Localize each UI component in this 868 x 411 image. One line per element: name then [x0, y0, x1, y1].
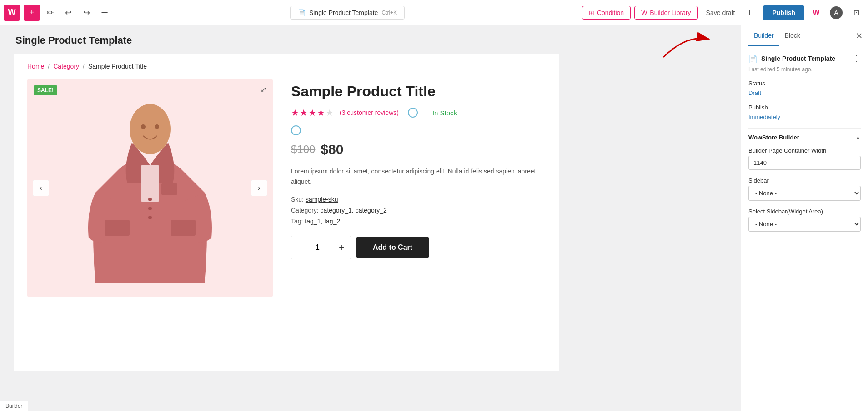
canvas-area: Single Product Template Home / Category … — [0, 25, 741, 411]
chevron-up-icon: ▲ — [855, 134, 861, 141]
container-width-label: Builder Page Container Width — [748, 147, 861, 154]
product-category: Category: category_1, category_2 — [291, 207, 546, 214]
product-sku: Sku: sample-sku — [291, 196, 546, 203]
sidebar-select[interactable]: - None - Left Sidebar Right Sidebar — [748, 186, 861, 201]
product-image-wrapper: SALE! ⤢ — [27, 79, 273, 297]
toolbar: W + ✏ ↩ ↪ ☰ 📄 Single Product Template Ct… — [0, 0, 868, 25]
toolbar-center: 📄 Single Product Template Ctrl+K — [115, 6, 580, 20]
svg-point-3 — [148, 207, 152, 210]
container-width-input[interactable] — [748, 156, 861, 170]
publish-label: Publish — [748, 104, 861, 111]
redo-button[interactable]: ↪ — [78, 5, 95, 21]
breadcrumb: Home / Category / Sample Product Title — [27, 63, 546, 70]
breadcrumb-home[interactable]: Home — [27, 63, 44, 70]
breadcrumb-sep-2: / — [83, 63, 85, 70]
logo-icon[interactable]: W — [4, 5, 20, 21]
status-value: Draft — [748, 89, 761, 96]
select-sidebar-select[interactable]: - None - Primary Sidebar Footer Widget — [748, 217, 861, 232]
add-to-cart-button[interactable]: Add to Cart — [356, 237, 429, 258]
tab-block[interactable]: Block — [779, 25, 806, 46]
publish-value: Immediately — [748, 114, 780, 120]
tag-link[interactable]: tag_1, tag_2 — [305, 218, 340, 225]
quantity-control: - + — [291, 236, 351, 259]
svg-point-2 — [148, 198, 152, 201]
undo-button[interactable]: ↩ — [60, 5, 76, 21]
last-edited: Last edited 5 minutes ago. — [748, 66, 861, 73]
breadcrumb-current: Sample Product Title — [88, 63, 147, 70]
svg-point-8 — [130, 104, 171, 154]
tab-builder[interactable]: Builder — [748, 25, 779, 46]
new-price: $80 — [321, 142, 343, 157]
svg-rect-5 — [105, 220, 130, 236]
review-link[interactable]: (3 customer reviews) — [340, 109, 399, 116]
breadcrumb-category[interactable]: Category — [53, 63, 79, 70]
qty-input[interactable] — [310, 236, 332, 259]
stock-status: In Stock — [432, 109, 457, 117]
panel-publish-field: Publish Immediately — [748, 104, 861, 121]
toolbar-right: ⊞ Condition W Builder Library Save draft… — [582, 5, 864, 21]
qty-plus-button[interactable]: + — [332, 236, 351, 259]
select-sidebar-field: Select Sidebar(Widget Area) - None - Pri… — [748, 208, 861, 232]
panel-close-button[interactable]: ✕ — [854, 29, 864, 43]
product-image — [77, 93, 223, 283]
device-toggle-button[interactable]: 🖥 — [743, 5, 759, 21]
panel-template-row: 📄 Single Product Template ⋮ — [748, 54, 861, 64]
sidebar-field: Sidebar - None - Left Sidebar Right Side… — [748, 177, 861, 201]
product-description: Lorem ipsum dolor sit amet, consectetur … — [291, 166, 546, 187]
layout-toggle-button[interactable]: ⊡ — [848, 5, 864, 21]
builder-library-button[interactable]: W Builder Library — [634, 6, 697, 20]
panel-divider — [748, 128, 861, 129]
svg-rect-1 — [141, 165, 159, 202]
builder-bottom-label: Builder — [0, 401, 28, 411]
expand-icon[interactable]: ⤢ — [261, 85, 266, 94]
next-image-button[interactable]: › — [251, 180, 267, 196]
product-image-col: SALE! ⤢ — [27, 79, 273, 297]
condition-button[interactable]: ⊞ Condition — [582, 6, 631, 20]
template-name-pill[interactable]: 📄 Single Product Template Ctrl+K — [290, 6, 405, 20]
condition-icon: ⊞ — [589, 9, 594, 16]
panel-body: 📄 Single Product Template ⋮ Last edited … — [741, 46, 868, 411]
sku-link[interactable]: sample-sku — [306, 196, 338, 203]
svg-point-10 — [155, 124, 159, 129]
add-button[interactable]: + — [24, 5, 40, 21]
woo-icon: W — [813, 9, 819, 17]
keyboard-shortcut: Ctrl+K — [381, 10, 397, 16]
category-link[interactable]: category_1, category_2 — [321, 207, 387, 214]
document-icon: 📄 — [298, 9, 306, 16]
panel-kebab-button[interactable]: ⋮ — [853, 54, 861, 64]
product-info-col: Sample Product Title ★★★★★ (3 customer r… — [291, 79, 546, 297]
prev-image-button[interactable]: ‹ — [33, 180, 49, 196]
panel-section-title: WowStore Builder ▲ — [748, 134, 861, 141]
product-title: Sample Product Title — [291, 83, 546, 100]
svg-point-4 — [148, 216, 152, 219]
product-page: Home / Category / Sample Product Title S… — [14, 54, 559, 371]
container-width-field: Builder Page Container Width — [748, 147, 861, 170]
main-layout: Single Product Template Home / Category … — [0, 25, 868, 411]
monitor-icon: 🖥 — [748, 9, 755, 17]
publish-button[interactable]: Publish — [763, 5, 804, 20]
circle-indicator-1 — [408, 108, 418, 118]
save-draft-button[interactable]: Save draft — [702, 6, 740, 19]
woo-icon-button[interactable]: W — [808, 5, 824, 21]
old-price: $100 — [291, 143, 315, 156]
qty-minus-button[interactable]: - — [291, 236, 310, 259]
page-title: Single Product Template — [14, 35, 727, 46]
add-to-cart-row: - + Add to Cart — [291, 236, 546, 259]
menu-button[interactable]: ☰ — [96, 5, 113, 21]
template-panel-icon: 📄 — [748, 54, 758, 63]
svg-rect-7 — [161, 183, 177, 195]
product-tag: Tag: tag_1, tag_2 — [291, 218, 546, 225]
price-row: $100 $80 — [291, 142, 546, 157]
star-rating: ★★★★★ — [291, 107, 334, 118]
avatar-icon: A — [830, 6, 843, 19]
status-label: Status — [748, 80, 861, 87]
template-name-label: Single Product Template — [309, 9, 378, 16]
select-sidebar-label: Select Sidebar(Widget Area) — [748, 208, 861, 215]
edit-button[interactable]: ✏ — [42, 5, 58, 21]
layout-icon: ⊡ — [853, 8, 859, 17]
panel-template-name: Single Product Template — [761, 55, 849, 62]
product-layout: SALE! ⤢ — [27, 79, 546, 297]
breadcrumb-sep-1: / — [48, 63, 50, 70]
right-panel: Builder Block ✕ 📄 Single Product Templat… — [741, 25, 868, 411]
avatar-button[interactable]: A — [828, 5, 844, 21]
